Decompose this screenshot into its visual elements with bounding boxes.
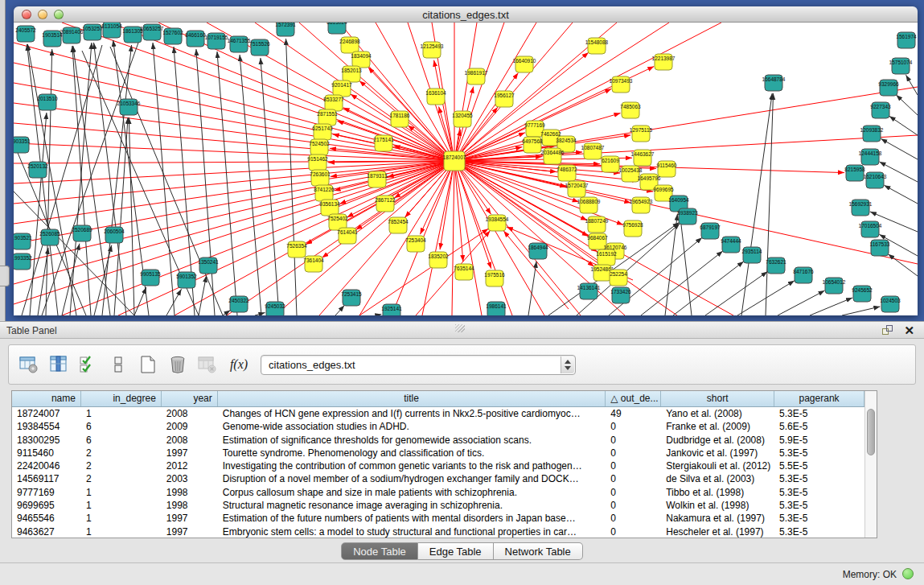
table-cell[interactable]: Jankovic et al. (1997) bbox=[661, 447, 774, 459]
table-cell[interactable]: Structural magnetic resonance image aver… bbox=[218, 499, 606, 512]
table-cell[interactable]: Tourette syndrome. Phenomenology and cla… bbox=[218, 447, 606, 459]
table-cell[interactable]: 2009 bbox=[162, 420, 218, 433]
column-header-in_degree[interactable]: in_degree bbox=[81, 391, 162, 406]
table-cell[interactable]: 5.3E-5 bbox=[774, 447, 864, 459]
table-cell[interactable]: 1998 bbox=[162, 499, 218, 512]
table-cell[interactable]: 0 bbox=[606, 512, 661, 525]
float-panel-icon[interactable] bbox=[882, 325, 893, 336]
table-cell[interactable]: 5.6E-5 bbox=[774, 420, 864, 433]
table-cell[interactable]: 5.9E-5 bbox=[774, 434, 864, 447]
table-cell[interactable]: 5.5E-5 bbox=[774, 459, 864, 472]
table-row[interactable]: 1938455462009Genome-wide association stu… bbox=[12, 420, 864, 433]
table-cell[interactable]: 1 bbox=[81, 525, 162, 538]
table-cell[interactable]: 1 bbox=[81, 407, 162, 420]
table-cell[interactable]: 9115460 bbox=[12, 447, 81, 459]
table-row[interactable]: 969969511998Structural magnetic resonanc… bbox=[12, 499, 864, 512]
table-cell[interactable]: 0 bbox=[606, 525, 661, 538]
table-cell[interactable]: Disruption of a novel member of a sodium… bbox=[218, 472, 606, 485]
network-canvas[interactable]: 1872400722468981834094185201392014178533… bbox=[14, 23, 918, 315]
table-cell[interactable]: Stergiakouli et al. (2012) bbox=[661, 459, 774, 472]
table-cell[interactable]: 9699695 bbox=[12, 499, 81, 512]
table-cell[interactable]: Embryonic stem cells: a model to study s… bbox=[218, 525, 606, 538]
table-cell[interactable]: 5.3E-5 bbox=[774, 472, 864, 485]
table-panel-header[interactable]: Table Panel ✕ bbox=[0, 321, 924, 339]
table-cell[interactable]: 1 bbox=[81, 512, 162, 525]
table-cell[interactable]: 1998 bbox=[162, 486, 218, 499]
select-rows-icon[interactable] bbox=[76, 352, 101, 377]
window-titlebar[interactable]: citations_edges.txt bbox=[14, 6, 918, 23]
column-header-out_de[interactable]: △ out_de... bbox=[606, 391, 661, 406]
table-cell[interactable]: 5.3E-5 bbox=[774, 512, 864, 525]
dropdown-stepper-icon[interactable] bbox=[561, 356, 574, 373]
table-row[interactable]: 946362711997Embryonic stem cells: a mode… bbox=[12, 525, 864, 538]
column-header-title[interactable]: title bbox=[218, 391, 606, 406]
table-cell[interactable]: 1 bbox=[81, 499, 162, 512]
table-cell[interactable]: Franke et al. (2009) bbox=[661, 420, 774, 433]
resize-grip-icon[interactable] bbox=[455, 324, 465, 332]
table-cell[interactable]: 19384554 bbox=[12, 420, 81, 433]
column-header-year[interactable]: year bbox=[162, 391, 218, 406]
table-cell[interactable]: 14569117 bbox=[12, 472, 81, 485]
table-cell[interactable]: Corpus callosum shape and size in male p… bbox=[218, 486, 606, 499]
table-cell[interactable]: 1 bbox=[81, 486, 162, 499]
table-cell[interactable]: Investigating the contribution of common… bbox=[218, 459, 606, 472]
table-cell[interactable]: 1997 bbox=[162, 447, 218, 459]
table-row[interactable]: 2242004622012Investigating the contribut… bbox=[12, 459, 864, 472]
table-cell[interactable]: 5.3E-5 bbox=[774, 499, 864, 512]
table-cell[interactable]: Estimation of the future numbers of pati… bbox=[218, 512, 606, 525]
table-cell[interactable]: 5.3E-5 bbox=[774, 525, 864, 538]
table-cell[interactable]: Tibbo et al. (1998) bbox=[661, 486, 774, 499]
table-cell[interactable]: Estimation of significance thresholds fo… bbox=[218, 434, 606, 447]
table-row[interactable]: 1830029562008Estimation of significance … bbox=[12, 434, 864, 447]
tab-network-table[interactable]: Network Table bbox=[494, 542, 583, 560]
show-column-icon[interactable] bbox=[47, 352, 71, 377]
table-cell[interactable]: 2 bbox=[81, 459, 162, 472]
table-cell[interactable]: 2012 bbox=[162, 459, 218, 472]
table-cell[interactable]: 22420046 bbox=[12, 459, 81, 472]
vertical-scrollbar[interactable] bbox=[864, 391, 877, 538]
row-height-icon[interactable] bbox=[106, 352, 130, 377]
scrollbar-thumb[interactable] bbox=[867, 409, 875, 455]
table-cell[interactable]: 5.3E-5 bbox=[774, 407, 864, 420]
column-settings-icon[interactable] bbox=[17, 352, 41, 377]
tab-node-table[interactable]: Node Table bbox=[341, 542, 418, 560]
table-cell[interactable]: 0 bbox=[606, 486, 661, 499]
table-cell[interactable]: 9465546 bbox=[12, 512, 81, 525]
table-cell[interactable]: 6 bbox=[81, 420, 162, 433]
table-cell[interactable]: 9777169 bbox=[12, 486, 81, 499]
citation-network-graph[interactable]: 1872400722468981834094185201392014178533… bbox=[14, 23, 918, 315]
table-cell[interactable]: Changes of HCN gene expression and I(f) … bbox=[218, 407, 606, 420]
table-source-dropdown[interactable]: citations_edges.txt bbox=[261, 355, 576, 375]
close-panel-icon[interactable]: ✕ bbox=[904, 323, 914, 337]
table-cell[interactable]: 1997 bbox=[162, 525, 218, 538]
table-cell[interactable]: Nakamura et al. (1997) bbox=[661, 512, 774, 525]
column-header-name[interactable]: name bbox=[12, 391, 81, 406]
tab-edge-table[interactable]: Edge Table bbox=[418, 542, 494, 560]
node-table[interactable]: namein_degreeyeartitle△ out_de...shortpa… bbox=[11, 390, 877, 538]
table-cell[interactable]: 6 bbox=[81, 434, 162, 447]
table-cell[interactable]: Dudbridge et al. (2008) bbox=[661, 434, 774, 447]
table-cell[interactable]: 2003 bbox=[162, 472, 218, 485]
table-cell[interactable]: 18724007 bbox=[12, 407, 81, 420]
table-cell[interactable]: 1997 bbox=[162, 512, 218, 525]
table-cell[interactable]: 2008 bbox=[162, 407, 218, 420]
delete-trash-icon[interactable] bbox=[166, 352, 190, 377]
table-cell[interactable]: 49 bbox=[606, 407, 661, 420]
table-cell[interactable]: 5.3E-5 bbox=[774, 486, 864, 499]
table-cell[interactable]: Yano et al. (2008) bbox=[661, 407, 774, 420]
table-cell[interactable]: 0 bbox=[606, 459, 661, 472]
new-table-icon[interactable] bbox=[136, 352, 160, 377]
table-row[interactable]: 1456911722003Disruption of a novel membe… bbox=[12, 472, 864, 485]
table-cell[interactable]: 2 bbox=[81, 472, 162, 485]
table-body[interactable]: 1872400712008Changes of HCN gene express… bbox=[12, 407, 864, 538]
table-cell[interactable]: 9463627 bbox=[12, 525, 81, 538]
table-header-row[interactable]: namein_degreeyeartitle△ out_de...shortpa… bbox=[12, 391, 864, 407]
table-cell[interactable]: 0 bbox=[606, 434, 661, 447]
table-row[interactable]: 977716911998Corpus callosum shape and si… bbox=[12, 486, 864, 499]
table-cell[interactable]: 0 bbox=[606, 472, 661, 485]
table-cell[interactable]: 2 bbox=[81, 447, 162, 459]
column-header-short[interactable]: short bbox=[661, 391, 774, 406]
column-header-pagerank[interactable]: pagerank bbox=[774, 391, 864, 406]
table-cell[interactable]: 0 bbox=[606, 420, 661, 433]
table-row[interactable]: 911546021997Tourette syndrome. Phenomeno… bbox=[12, 447, 864, 459]
